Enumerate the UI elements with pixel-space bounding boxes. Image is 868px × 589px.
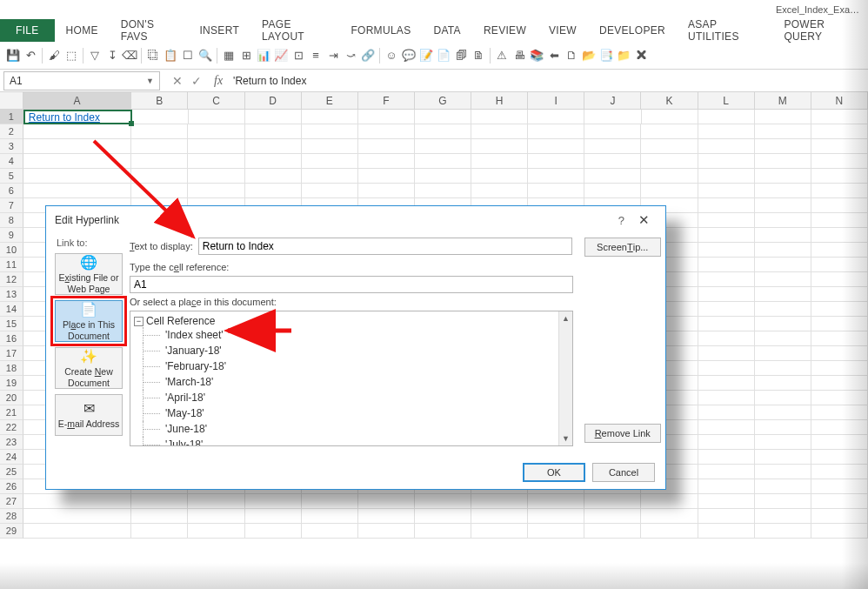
cell[interactable]	[698, 124, 755, 139]
tree-item-january[interactable]: 'January-18'	[134, 343, 569, 358]
bar-icon[interactable]: 📈	[273, 48, 289, 64]
cell[interactable]	[415, 509, 471, 524]
cell[interactable]	[415, 494, 471, 509]
align-icon[interactable]: ≡	[308, 48, 324, 64]
cell[interactable]	[471, 169, 528, 184]
cell[interactable]	[698, 391, 755, 405]
cell[interactable]	[584, 154, 641, 169]
row-header[interactable]: 7	[0, 198, 23, 213]
cell[interactable]	[698, 228, 755, 243]
copy2-icon[interactable]: 🗐	[453, 48, 469, 64]
cell[interactable]	[698, 494, 755, 509]
find-icon[interactable]: 🔍	[197, 48, 213, 64]
tab-developer[interactable]: DEVELOPER	[588, 19, 677, 42]
cell[interactable]	[811, 405, 868, 420]
cell[interactable]	[358, 139, 415, 154]
cell[interactable]	[471, 184, 528, 198]
paint-icon[interactable]: 🖌	[46, 48, 62, 64]
cell[interactable]	[698, 213, 755, 228]
tab-home[interactable]: HOME	[55, 19, 110, 42]
open-icon[interactable]: 📁	[616, 48, 631, 64]
indent-icon[interactable]: ⇥	[325, 48, 341, 64]
tree-root-cell-reference[interactable]: − Cell Reference	[134, 315, 569, 327]
cell[interactable]	[698, 154, 755, 169]
cell[interactable]	[302, 524, 358, 539]
cell[interactable]	[755, 139, 811, 154]
cell[interactable]	[698, 110, 755, 124]
paste-icon[interactable]: 📋	[163, 48, 178, 64]
cell[interactable]	[302, 124, 358, 139]
cell[interactable]	[302, 169, 358, 184]
cancel-formula-icon[interactable]: ✕	[172, 74, 183, 88]
cell[interactable]	[358, 184, 415, 198]
cell[interactable]	[528, 139, 584, 154]
tab-data[interactable]: DATA	[422, 19, 471, 42]
cell[interactable]	[641, 524, 698, 539]
cell[interactable]	[131, 124, 188, 139]
cell[interactable]	[755, 450, 811, 465]
redo-icon[interactable]: ⤻	[343, 48, 358, 64]
print-icon[interactable]: 🖶	[511, 48, 527, 64]
cell[interactable]	[358, 154, 415, 169]
cell[interactable]	[245, 509, 302, 524]
group-icon[interactable]: ⊞	[238, 48, 254, 64]
col-header-h[interactable]: H	[471, 92, 528, 110]
cell[interactable]	[811, 287, 868, 302]
screentip-button[interactable]: ScreenTip...	[584, 238, 661, 257]
folder-icon[interactable]: 📂	[581, 48, 597, 64]
cell[interactable]	[755, 110, 811, 124]
tree-scrollbar[interactable]: ▲ ▼	[558, 311, 572, 445]
tree-item-july[interactable]: 'July-18'	[134, 437, 569, 446]
cell[interactable]	[698, 420, 755, 435]
cell[interactable]	[641, 169, 698, 184]
cell[interactable]	[755, 509, 811, 524]
fx-icon[interactable]: fx	[214, 74, 223, 88]
cell[interactable]	[131, 169, 188, 184]
row-header[interactable]: 25	[0, 465, 23, 479]
cell[interactable]	[302, 110, 358, 124]
cell[interactable]	[584, 139, 641, 154]
col-header-m[interactable]: M	[755, 92, 811, 110]
cell[interactable]	[358, 169, 415, 184]
linkto-place-in-doc[interactable]: 📄 Place in This Document	[55, 300, 123, 342]
cell[interactable]	[188, 524, 244, 539]
tree-item-april[interactable]: 'April-18'	[134, 390, 569, 405]
save-icon[interactable]: 💾	[5, 48, 21, 64]
cell[interactable]	[755, 317, 811, 331]
cell[interactable]	[641, 139, 698, 154]
col-header-d[interactable]: D	[245, 92, 302, 110]
cell[interactable]	[811, 494, 868, 509]
row-header[interactable]: 9	[0, 228, 23, 243]
cell[interactable]	[415, 524, 471, 539]
note-icon[interactable]: 📝	[418, 48, 434, 64]
cell[interactable]	[132, 110, 189, 124]
cell[interactable]	[528, 169, 584, 184]
cell[interactable]	[302, 184, 358, 198]
row-header[interactable]: 19	[0, 376, 23, 391]
row-header[interactable]: 17	[0, 346, 23, 361]
cell[interactable]	[358, 124, 415, 139]
cell[interactable]	[245, 110, 302, 124]
cell[interactable]	[528, 110, 584, 124]
undo-icon[interactable]: ↶	[23, 48, 38, 64]
nav-icon[interactable]: ⬅	[546, 48, 562, 64]
cell[interactable]	[415, 184, 471, 198]
cell[interactable]	[584, 110, 641, 124]
cell[interactable]	[755, 169, 811, 184]
cell[interactable]	[641, 184, 698, 198]
cell[interactable]	[23, 509, 131, 524]
cell[interactable]	[755, 243, 811, 258]
tab-file[interactable]: FILE	[0, 19, 55, 42]
cell[interactable]	[131, 184, 188, 198]
col-header-j[interactable]: J	[584, 92, 641, 110]
cell[interactable]	[698, 524, 755, 539]
cell[interactable]	[811, 169, 868, 184]
cell[interactable]	[23, 139, 131, 154]
tab-asap-utilities[interactable]: ASAP UTILITIES	[677, 19, 772, 42]
cell[interactable]	[131, 494, 188, 509]
chart-icon[interactable]: 📊	[256, 48, 271, 64]
cell[interactable]	[584, 494, 641, 509]
cell[interactable]	[245, 524, 302, 539]
cell[interactable]	[642, 110, 698, 124]
cell[interactable]	[131, 154, 188, 169]
